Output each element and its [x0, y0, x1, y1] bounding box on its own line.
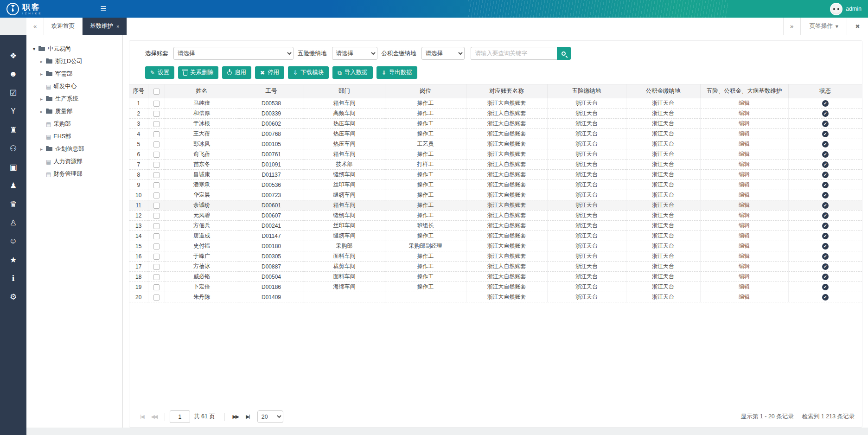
table-row[interactable]: 5彭冰风D00105热压车间工艺员浙江大自然账套浙江天台浙江天台编辑✔ [129, 139, 862, 149]
table-row[interactable]: 16于峰广D00305面料车间操作工浙江大自然账套浙江天台浙江天台编辑✔ [129, 251, 862, 262]
row-checkbox[interactable] [153, 162, 160, 168]
team-icon[interactable]: ⚇ [0, 139, 26, 158]
fullscreen-icon[interactable]: ✖ [847, 18, 868, 35]
table-row[interactable]: 2和倍厚D00339高频车间操作工浙江大自然账套浙江天台浙江天台编辑✔ [129, 109, 862, 119]
tree-node[interactable]: ▤财务管理部 [33, 168, 122, 180]
row-checkbox[interactable] [153, 213, 160, 219]
row-checkbox[interactable] [153, 284, 160, 290]
row-checkbox[interactable] [153, 192, 160, 198]
table-row[interactable]: 14唐道成D01147缝纫车间操作工浙江大自然账套浙江天台浙江天台编辑✔ [129, 231, 862, 241]
row-checkbox[interactable] [153, 152, 160, 158]
row-checkbox[interactable] [153, 121, 160, 127]
tree-node[interactable]: ▤人力资源部 [33, 155, 122, 168]
edit-link[interactable]: 编辑 [739, 222, 750, 229]
user-name[interactable]: admin [846, 6, 862, 12]
table-row[interactable]: 10华定晨D00723缝纫车间操作工浙江大自然账套浙江天台浙江天台编辑✔ [129, 190, 862, 200]
tree-root[interactable]: ▾ 中元易尚 [33, 43, 122, 55]
search-input[interactable] [471, 47, 557, 60]
table-row[interactable]: 3于冰根D00602热压车间操作工浙江大自然账套浙江天台浙江天台编辑✔ [129, 119, 862, 129]
edit-link[interactable]: 编辑 [739, 192, 750, 198]
table-row[interactable]: 13方佃兵D00241丝印车间班组长浙江大自然账套浙江天台浙江天台编辑✔ [129, 221, 862, 231]
edit-link[interactable]: 编辑 [739, 130, 750, 137]
table-row[interactable]: 15史付福D00180采购部采购部副经理浙江大自然账套浙江天台浙江天台编辑✔ [129, 241, 862, 251]
download-template-button[interactable]: ⇩下载模块 [288, 66, 329, 79]
row-checkbox[interactable] [153, 141, 160, 147]
achievement-icon[interactable]: ★ [0, 250, 26, 269]
enable-button[interactable]: 启用 [222, 66, 251, 79]
first-page-icon[interactable]: |◀ [136, 414, 148, 420]
user-icon[interactable]: ☺ [0, 232, 26, 250]
edit-link[interactable]: 编辑 [739, 294, 750, 300]
edit-link[interactable]: 编辑 [739, 161, 750, 167]
table-row[interactable]: 4王大蓓D00768热压车间操作工浙江大自然账套浙江天台浙江天台编辑✔ [129, 129, 862, 139]
caret-collapsed-icon[interactable]: ▸ [40, 96, 46, 102]
edit-link[interactable]: 编辑 [739, 263, 750, 269]
caret-collapsed-icon[interactable]: ▸ [40, 71, 46, 77]
next-page-icon[interactable]: ▶▶ [230, 414, 242, 420]
activity-icon[interactable]: ♙ [0, 213, 26, 232]
account-set-select[interactable]: 请选择 [173, 47, 294, 60]
row-checkbox[interactable] [153, 264, 160, 270]
table-row[interactable]: 19卜定倍D00186海绵车间操作工浙江大自然账套浙江天台浙江天台编辑✔ [129, 282, 862, 292]
prev-page-icon[interactable]: ◀◀ [148, 414, 160, 420]
settings-icon[interactable]: ⚙ [0, 288, 26, 306]
table-row[interactable]: 7苗东冬D01091技术部打样工浙江大自然账套浙江天台浙江天台编辑✔ [129, 160, 862, 170]
edit-link[interactable]: 编辑 [739, 232, 750, 239]
relation-delete-button[interactable]: 关系删除 [178, 66, 218, 79]
tree-node[interactable]: ▸生产系统 [33, 93, 122, 105]
tree-node[interactable]: ▤研发中心 [33, 80, 122, 93]
caret-collapsed-icon[interactable]: ▸ [40, 59, 46, 64]
tree-node[interactable]: ▸质量部 [33, 105, 122, 118]
edit-link[interactable]: 编辑 [739, 110, 750, 116]
table-row[interactable]: 8昌诚康D01137缝纫车间操作工浙江大自然账套浙江天台浙江天台编辑✔ [129, 170, 862, 180]
row-checkbox[interactable] [153, 131, 160, 137]
table-row[interactable]: 9潘寒承D00536丝印车间操作工浙江大自然账套浙江天台浙江天台编辑✔ [129, 180, 862, 190]
row-checkbox[interactable] [153, 101, 160, 107]
info-icon[interactable]: ℹ [0, 269, 26, 288]
edit-link[interactable]: 编辑 [739, 171, 750, 178]
import-data-button[interactable]: ⧉导入数据 [332, 66, 373, 79]
tabs-scroll-right-icon[interactable]: » [783, 18, 801, 35]
social-insurance-place-select[interactable]: 请选择 [332, 47, 377, 60]
page-number-input[interactable] [170, 410, 190, 423]
tab-欢迎首页[interactable]: 欢迎首页 [44, 18, 83, 35]
last-page-icon[interactable]: ▶| [242, 414, 254, 420]
housing-fund-place-select[interactable]: 请选择 [421, 47, 465, 60]
page-ops-dropdown[interactable]: 页签操作 ▾ [801, 18, 847, 35]
tree-node[interactable]: ▸浙江D公司 [33, 55, 122, 68]
edit-link[interactable]: 编辑 [739, 141, 750, 147]
export-data-button[interactable]: ⇓导出数据 [377, 66, 417, 79]
hamburger-menu-icon[interactable]: ☰ [100, 5, 106, 13]
edit-link[interactable]: 编辑 [739, 151, 750, 157]
tab-基数维护[interactable]: 基数维护× [83, 18, 127, 35]
approval-icon[interactable]: ☑ [0, 83, 26, 102]
table-row[interactable]: 6俞飞蓓D00761箱包车间操作工浙江大自然账套浙江天台浙江天台编辑✔ [129, 149, 862, 160]
row-checkbox[interactable] [153, 182, 160, 188]
org-users-icon[interactable]: ☻ [0, 65, 26, 83]
table-row[interactable]: 11余诚纷D00601箱包车间操作工浙江大自然账套浙江天台浙江天台编辑✔ [129, 200, 862, 211]
edit-link[interactable]: 编辑 [739, 120, 750, 127]
table-row[interactable]: 17方蓓冰D00887裁剪车间操作工浙江大自然账套浙江天台浙江天台编辑✔ [129, 262, 862, 272]
edit-link[interactable]: 编辑 [739, 243, 750, 249]
edit-link[interactable]: 编辑 [739, 181, 750, 188]
edit-link[interactable]: 编辑 [739, 202, 750, 208]
row-checkbox[interactable] [153, 172, 160, 178]
modules-icon[interactable]: ❖ [0, 46, 26, 65]
settings-button[interactable]: ✎设置 [145, 66, 174, 79]
row-checkbox[interactable] [153, 243, 160, 249]
table-row[interactable]: 18戚必铬D00504面料车间操作工浙江大自然账套浙江天台浙江天台编辑✔ [129, 272, 862, 282]
row-checkbox[interactable] [153, 254, 160, 260]
row-checkbox[interactable] [153, 223, 160, 229]
page-size-select[interactable]: 20 [257, 410, 283, 423]
row-checkbox[interactable] [153, 233, 160, 239]
tree-node[interactable]: ▤EHS部 [33, 130, 122, 143]
salary-icon[interactable]: ¥ [0, 102, 26, 121]
table-row[interactable]: 20朱丹陈D01409浙江大自然账套浙江天台浙江天台编辑✔ [129, 292, 862, 302]
edit-link[interactable]: 编辑 [739, 273, 750, 280]
caret-collapsed-icon[interactable]: ▸ [40, 109, 46, 114]
institution-icon[interactable]: ♜ [0, 121, 26, 139]
tabs-scroll-left-icon[interactable]: « [26, 18, 44, 35]
tree-node[interactable]: ▸企划信息部 [33, 143, 122, 155]
disable-button[interactable]: ✖停用 [255, 66, 284, 79]
edit-link[interactable]: 编辑 [739, 100, 750, 106]
